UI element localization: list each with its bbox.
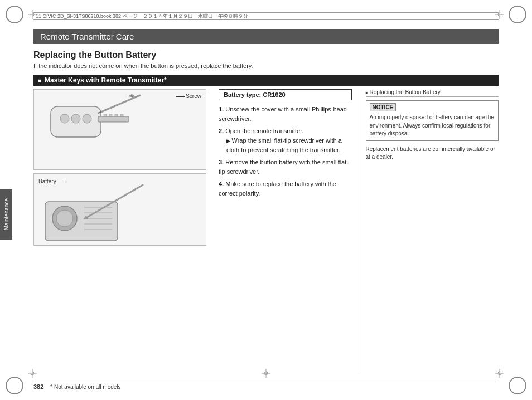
step-2-sub: Wrap the small flat-tip screwdriver with…	[226, 136, 352, 155]
subsection-title: Master Keys with Remote Transmitter*	[45, 76, 167, 84]
svg-rect-22	[115, 114, 118, 116]
footnote: * Not available on all models	[50, 384, 120, 390]
step-2-num: 2.	[219, 128, 225, 134]
svg-point-16	[60, 114, 69, 123]
corner-circle-bl	[6, 377, 23, 394]
maintenance-tab-label: Maintenance	[3, 198, 9, 230]
step-2: 2. Open the remote transmitter. Wrap the…	[219, 126, 352, 155]
keyfob-top-illustration	[34, 90, 157, 168]
svg-rect-20	[104, 114, 107, 116]
svg-marker-27	[128, 94, 134, 97]
replacement-text: Replacement batteries are commercially a…	[366, 145, 499, 162]
svg-line-24	[101, 95, 140, 112]
diagram-top: Screw	[33, 89, 206, 170]
diagram-bottom: Battery	[33, 173, 206, 246]
section-title: Remote Transmitter Care	[40, 32, 134, 41]
step-1-text: Unscrew the cover with a small Phillips-…	[219, 106, 347, 122]
page-title: Replacing the Button Battery	[33, 50, 499, 60]
svg-rect-23	[120, 114, 123, 116]
maintenance-tab: Maintenance	[0, 189, 12, 240]
step-3: 3. Remove the button battery with the sm…	[219, 158, 352, 177]
content-body: Screw	[33, 89, 499, 372]
svg-rect-19	[98, 116, 129, 122]
battery-type-box: Battery type: CR1620	[219, 89, 352, 100]
header-text: 11 CIVIC 2D_SI-31TS86210.book 382 ページ ２０…	[36, 13, 248, 20]
subsection-header: Master Keys with Remote Transmitter*	[33, 75, 499, 86]
battery-illustration	[34, 174, 157, 246]
step-4-text: Make sure to replace the battery with th…	[219, 181, 336, 197]
screw-label: Screw	[176, 93, 201, 99]
svg-point-17	[71, 114, 80, 123]
svg-point-18	[83, 114, 91, 123]
step-3-text: Remove the button battery with the small…	[219, 159, 349, 175]
corner-circle-tr	[509, 6, 526, 23]
right-column: Replacing the Button Battery NOTICE An i…	[359, 89, 499, 372]
step-1: 1. Unscrew the cover with a small Philli…	[219, 105, 352, 124]
svg-point-30	[56, 210, 73, 227]
step-4-num: 4.	[219, 181, 225, 187]
section-header: Remote Transmitter Care	[33, 29, 499, 44]
diagram-bottom-area: Battery	[33, 173, 206, 246]
instructions: 1. Unscrew the cover with a small Philli…	[219, 105, 352, 372]
corner-circle-br	[509, 377, 526, 394]
svg-rect-21	[109, 114, 112, 116]
main-content: Replacing the Button Battery If the indi…	[33, 50, 499, 372]
notice-text: An improperly disposed of battery can da…	[370, 114, 495, 138]
step-3-num: 3.	[219, 159, 225, 165]
notice-title: NOTICE	[370, 103, 396, 111]
right-col-header: Replacing the Button Battery	[366, 89, 499, 97]
left-column: Screw	[33, 89, 206, 372]
step-2-text: Open the remote transmitter.	[225, 128, 303, 134]
corner-circle-tl	[6, 6, 23, 23]
step-1-num: 1.	[219, 106, 225, 113]
instructions-column: Battery type: CR1620 1. Unscrew the cove…	[213, 89, 352, 372]
diagram-top-area: Screw	[33, 89, 206, 170]
footer: 382 * Not available on all models	[33, 381, 499, 390]
subtitle: If the indicator does not come on when t…	[33, 62, 499, 69]
step-4: 4. Make sure to replace the battery with…	[219, 179, 352, 198]
notice-box: NOTICE An improperly disposed of battery…	[366, 100, 499, 141]
header-strip: 11 CIVIC 2D_SI-31TS86210.book 382 ページ ２０…	[33, 12, 499, 20]
page-number: 382	[33, 383, 43, 390]
